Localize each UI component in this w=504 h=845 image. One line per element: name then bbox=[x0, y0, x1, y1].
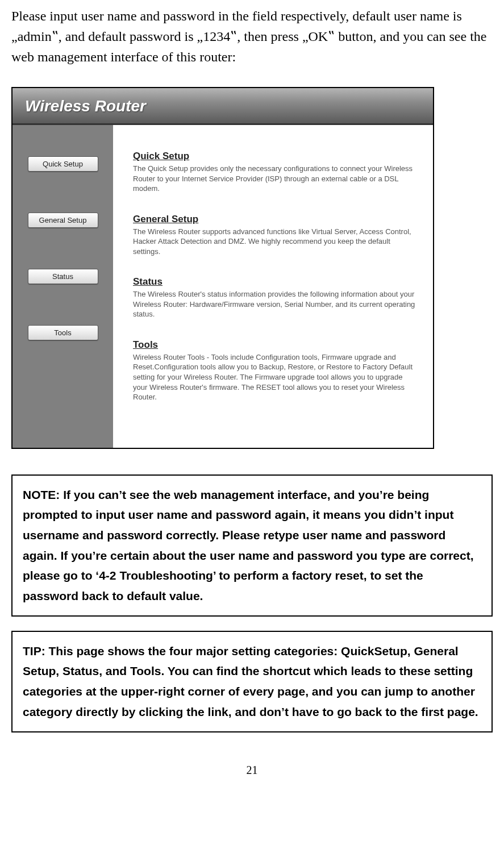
intro-paragraph: Please input user name and password in t… bbox=[11, 6, 493, 67]
page-number: 21 bbox=[11, 764, 493, 777]
section-general-setup: General Setup The Wireless Router suppor… bbox=[133, 214, 417, 257]
router-interface-screenshot: Wireless Router Quick Setup General Setu… bbox=[11, 87, 434, 449]
section-title-general-setup[interactable]: General Setup bbox=[133, 214, 417, 225]
section-desc-status: The Wireless Router's status information… bbox=[133, 289, 417, 319]
section-status: Status The Wireless Router's status info… bbox=[133, 276, 417, 319]
quick-setup-button[interactable]: Quick Setup bbox=[28, 156, 98, 172]
tools-button[interactable]: Tools bbox=[28, 325, 98, 340]
section-title-quick-setup[interactable]: Quick Setup bbox=[133, 151, 417, 162]
section-desc-quick-setup: The Quick Setup provides only the necess… bbox=[133, 164, 417, 194]
router-sidebar: Quick Setup General Setup Status Tools bbox=[13, 125, 113, 448]
note-box: NOTE: If you can’t see the web managemen… bbox=[11, 474, 493, 617]
general-setup-button[interactable]: General Setup bbox=[28, 213, 98, 228]
section-title-status[interactable]: Status bbox=[133, 276, 417, 288]
section-quick-setup: Quick Setup The Quick Setup provides onl… bbox=[133, 151, 417, 194]
section-desc-tools: Wireless Router Tools - Tools include Co… bbox=[133, 352, 417, 402]
status-button[interactable]: Status bbox=[28, 269, 98, 284]
tip-box: TIP: This page shows the four major sett… bbox=[11, 631, 493, 732]
router-header-title: Wireless Router bbox=[13, 88, 433, 125]
section-title-tools[interactable]: Tools bbox=[133, 339, 417, 351]
section-tools: Tools Wireless Router Tools - Tools incl… bbox=[133, 339, 417, 402]
section-desc-general-setup: The Wireless Router supports advanced fu… bbox=[133, 227, 417, 257]
router-main-content: Quick Setup The Quick Setup provides onl… bbox=[113, 125, 433, 448]
